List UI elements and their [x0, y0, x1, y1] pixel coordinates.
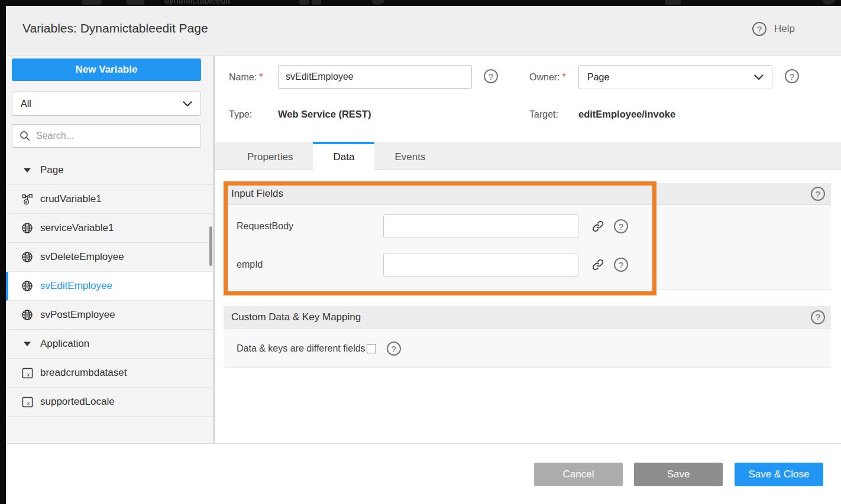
- owner-select[interactable]: Page: [578, 65, 772, 89]
- search-icon: [20, 131, 30, 141]
- sidebar-item-label: svDeleteEmployee: [40, 251, 124, 263]
- crud-variable-icon: [21, 193, 33, 205]
- help-button[interactable]: ? Help: [752, 22, 795, 36]
- web-service-icon: [21, 251, 33, 263]
- variable-list: Page crudVariable1: [6, 156, 213, 417]
- empid-label: empId: [237, 259, 263, 270]
- sidebar-item-label: serviceVariable1: [40, 222, 114, 234]
- different-fields-row: Data & keys are different fields ?: [237, 342, 401, 356]
- background-circle-icon: [822, 0, 835, 5]
- section-title: Input Fields: [231, 188, 283, 200]
- requestbody-help-icon[interactable]: ?: [614, 219, 628, 233]
- different-fields-label: Data & keys are different fields: [237, 343, 365, 354]
- empid-help-icon[interactable]: ?: [614, 258, 628, 272]
- section-title: Custom Data & Key Mapping: [231, 311, 361, 323]
- name-label: Name:*: [229, 72, 263, 83]
- sidebar-group-label: Application: [40, 338, 89, 350]
- background-grid-icon: [299, 0, 309, 5]
- variables-dialog: Variables: Dynamictableedit Page ? Help …: [6, 6, 841, 504]
- web-service-icon: [21, 222, 33, 234]
- input-fields-body: RequestBody ? empId: [224, 205, 831, 290]
- sidebar-item-sveditemployee-selected[interactable]: svEditEmployee: [6, 272, 213, 301]
- save-and-close-button[interactable]: Save & Close: [735, 463, 823, 486]
- tab-events[interactable]: Events: [374, 142, 445, 170]
- requestbody-label: RequestBody: [237, 221, 293, 232]
- different-fields-help-icon[interactable]: ?: [387, 342, 401, 356]
- target-label: Target:: [529, 109, 558, 120]
- dialog-footer: Cancel Save Save & Close: [6, 443, 841, 504]
- sidebar-group-page[interactable]: Page: [6, 156, 213, 185]
- web-service-icon: [21, 309, 33, 321]
- sidebar-item-label: svPostEmployee: [40, 309, 115, 321]
- help-label: Help: [774, 23, 795, 35]
- help-question-icon[interactable]: ?: [752, 22, 766, 36]
- custom-mapping-help-icon[interactable]: ?: [811, 310, 825, 324]
- custom-mapping-section: Custom Data & Key Mapping ? Data & keys …: [224, 306, 831, 368]
- target-value: editEmployee/invoke: [578, 109, 675, 120]
- empid-row: empId ?: [224, 253, 831, 277]
- background-circle-icon: [371, 0, 384, 5]
- web-service-icon: [21, 280, 33, 292]
- variable-detail-panel: Name:* ? Owner:* Page ? Type: Web Servic…: [215, 56, 841, 443]
- background-tool-icon: [127, 0, 144, 5]
- sidebar-item-svpostemployee[interactable]: svPostEmployee: [6, 301, 213, 330]
- owner-value: Page: [587, 72, 609, 83]
- model-variable-icon: x: [21, 396, 33, 408]
- sidebar-item-crudvariable1[interactable]: crudVariable1: [6, 185, 213, 214]
- owner-label: Owner:*: [529, 72, 566, 83]
- different-fields-checkbox[interactable]: [367, 344, 376, 353]
- sidebar-item-supportedlocale[interactable]: x supportedLocale: [6, 388, 213, 417]
- search-input[interactable]: [36, 131, 193, 141]
- dialog-title: Variables: Dynamictableedit Page: [22, 21, 208, 35]
- background-grid-icon: [312, 0, 321, 5]
- sidebar-group-label: Page: [40, 164, 64, 176]
- collapse-triangle-icon: [21, 338, 33, 350]
- requestbody-input[interactable]: [383, 214, 578, 238]
- save-button[interactable]: Save: [634, 463, 723, 486]
- bind-link-icon[interactable]: [590, 219, 606, 234]
- type-label: Type:: [229, 109, 252, 120]
- new-variable-button[interactable]: New Variable: [12, 58, 201, 81]
- sidebar-group-application[interactable]: Application: [6, 330, 213, 359]
- variable-filter-select[interactable]: All: [12, 92, 201, 116]
- name-input[interactable]: [278, 65, 472, 89]
- sidebar-item-label: breadcrumbdataset: [40, 367, 127, 379]
- sidebar-item-breadcrumbdataset[interactable]: x breadcrumbdataset: [6, 359, 213, 388]
- variables-sidebar: New Variable All Page: [6, 56, 213, 443]
- input-fields-section: Input Fields ? RequestBody ?: [224, 183, 831, 290]
- required-asterisk: *: [562, 72, 566, 82]
- tab-properties[interactable]: Properties: [227, 142, 313, 170]
- input-fields-help-icon[interactable]: ?: [811, 187, 825, 201]
- custom-mapping-body: Data & keys are different fields ?: [224, 329, 831, 368]
- custom-mapping-header: Custom Data & Key Mapping ?: [224, 306, 831, 329]
- cancel-button[interactable]: Cancel: [534, 463, 623, 486]
- name-help-icon[interactable]: ?: [484, 69, 498, 83]
- sidebar-item-label: svEditEmployee: [40, 280, 112, 292]
- requestbody-row: RequestBody ?: [224, 214, 831, 238]
- owner-help-icon[interactable]: ?: [785, 69, 799, 83]
- chevron-down-icon: [754, 74, 764, 80]
- type-value: Web Service (REST): [278, 109, 371, 120]
- input-fields-header: Input Fields ?: [224, 183, 831, 205]
- svg-text:x: x: [26, 371, 30, 378]
- background-page-name: dynamictableedit: [164, 0, 230, 5]
- background-tool-icon: [665, 0, 681, 5]
- chevron-down-icon: [183, 101, 192, 107]
- model-variable-icon: x: [21, 367, 33, 379]
- bind-link-icon[interactable]: [590, 257, 606, 272]
- background-chevron-icon: [82, 0, 102, 5]
- sidebar-item-servicevariable1[interactable]: serviceVariable1: [6, 214, 213, 243]
- sidebar-item-label: supportedLocale: [40, 396, 115, 408]
- tab-data[interactable]: Data: [313, 142, 374, 170]
- sidebar-item-svdeleteemployee[interactable]: svDeleteEmployee: [6, 243, 213, 272]
- required-asterisk: *: [259, 72, 263, 82]
- detail-tabbar: Properties Data Events: [215, 142, 841, 170]
- collapse-triangle-icon: [21, 164, 33, 176]
- screen: dynamictableedit Variables: Dynamictable…: [0, 0, 841, 504]
- dialog-header: Variables: Dynamictableedit Page ? Help: [6, 6, 841, 56]
- variable-filter-value: All: [21, 99, 31, 109]
- variable-search: [12, 124, 201, 148]
- empid-input[interactable]: [383, 253, 578, 277]
- background-toolbar: dynamictableedit: [0, 0, 841, 6]
- sidebar-scrollbar[interactable]: [209, 226, 212, 266]
